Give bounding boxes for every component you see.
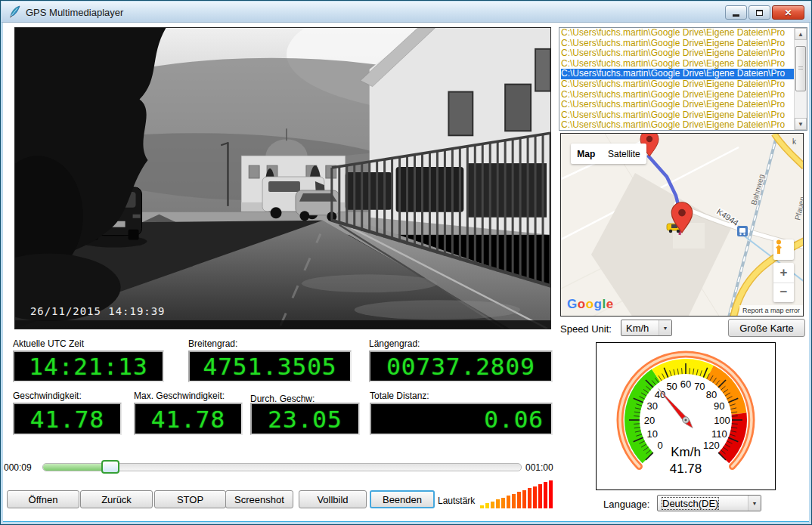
maximize-button[interactable] <box>748 5 770 20</box>
longitude-label: Längengrad: <box>369 338 420 349</box>
zoom-out-button[interactable]: − <box>773 283 794 303</box>
max-speed-label: Max. Geschwindigkeit: <box>134 391 225 401</box>
report-map-error-link[interactable]: Report a map error <box>739 305 803 316</box>
svg-text:90: 90 <box>714 400 724 412</box>
scroll-up-icon[interactable]: ▲ <box>795 28 807 40</box>
svg-text:70: 70 <box>694 381 705 392</box>
back-button[interactable]: Zurück <box>80 490 153 508</box>
file-list-item[interactable]: C:\Users\fuchs.martin\Google Drive\Eigen… <box>561 48 794 59</box>
volume-bar <box>533 486 537 509</box>
scrollbar-thumb[interactable] <box>795 46 806 91</box>
chevron-down-icon: ▼ <box>748 496 761 511</box>
google-logo-letter: e <box>606 297 614 311</box>
file-list-item[interactable]: C:\Users\fuchs.martin\Google Drive\Eigen… <box>561 28 794 39</box>
speed-unit-value: Km/h <box>626 323 649 334</box>
google-logo: Google <box>567 297 614 312</box>
avg-speed-display: 23.05 <box>250 403 360 435</box>
svg-text:60: 60 <box>680 378 691 390</box>
screenshot-button[interactable]: Screenshot <box>225 490 293 508</box>
speed-unit-select[interactable]: Km/h ▼ <box>621 320 672 336</box>
volume-bar <box>480 505 484 508</box>
svg-text:50: 50 <box>666 381 677 392</box>
close-icon: ✕ <box>784 8 792 18</box>
volume-bar <box>522 490 526 508</box>
volume-bar <box>485 503 489 508</box>
svg-text:10: 10 <box>646 428 657 440</box>
map-zoom-control: + − <box>773 263 794 302</box>
gauge-unit: Km/h <box>671 445 701 459</box>
volume-bar <box>549 480 553 508</box>
volume-bar <box>491 502 494 508</box>
window-title: GPS Multimediaplayer <box>26 7 123 18</box>
title-bar[interactable]: GPS Multimediaplayer ✕ <box>2 2 810 23</box>
latitude-label: Breitengrad: <box>188 338 237 349</box>
language-label: Language: <box>603 499 649 510</box>
speed-unit-label: Speed Unit: <box>560 323 612 335</box>
maximize-icon <box>756 10 763 16</box>
file-list-item[interactable]: C:\Users\fuchs.martin\Google Drive\Eigen… <box>561 100 794 110</box>
scroll-down-icon[interactable]: ▼ <box>795 118 807 130</box>
volume-indicator <box>480 480 556 508</box>
file-list-item[interactable]: C:\Users\fuchs.martin\Google Drive\Eigen… <box>561 59 794 69</box>
volume-bar <box>496 499 500 508</box>
close-button[interactable]: ✕ <box>772 5 804 20</box>
volume-bar <box>517 492 521 508</box>
volume-bar <box>507 496 510 508</box>
svg-text:20: 20 <box>644 415 655 426</box>
utc-display: 14:21:13 <box>13 351 164 382</box>
dashcam-frame: 26/11/2015 14:19:39 <box>15 28 550 329</box>
map-type-map[interactable]: Map <box>577 149 595 159</box>
google-logo-letter: o <box>578 297 586 311</box>
svg-text:0: 0 <box>657 440 662 451</box>
big-map-button[interactable]: Große Karte <box>728 319 805 337</box>
volume-bar <box>501 498 505 508</box>
seek-slider-thumb[interactable] <box>101 460 119 474</box>
speedometer-gauge: 0102030405060708090100110120Km/h41.78 <box>596 342 776 490</box>
file-list-rows: C:\Users\fuchs.martin\Google Drive\Eigen… <box>559 28 794 130</box>
language-select[interactable]: Deutsch(DE) ▼ <box>657 495 761 511</box>
stop-button[interactable]: STOP <box>154 490 226 508</box>
file-list[interactable]: C:\Users\fuchs.martin\Google Drive\Eigen… <box>559 27 807 131</box>
app-window: GPS Multimediaplayer ✕ <box>0 0 812 525</box>
map-type-control: Map Satellite <box>571 144 646 164</box>
file-list-item[interactable]: C:\Users\fuchs.martin\Google Drive\Eigen… <box>561 90 794 100</box>
svg-text:120: 120 <box>703 440 720 451</box>
chevron-down-icon: ▼ <box>659 320 671 335</box>
distance-display: 0.06 <box>370 403 553 435</box>
map-type-satellite[interactable]: Satellite <box>608 149 640 159</box>
volume-bar <box>544 482 547 508</box>
file-list-item[interactable]: C:\Users\fuchs.martin\Google Drive\Eigen… <box>561 120 794 130</box>
google-logo-letter: o <box>586 297 594 311</box>
zoom-in-button[interactable]: + <box>773 263 794 283</box>
app-feather-icon <box>8 5 22 19</box>
utc-label: Aktuelle UTC Zeit <box>13 338 84 349</box>
distance-label: Totale Distanz: <box>370 391 429 401</box>
open-button[interactable]: Öffnen <box>7 490 79 508</box>
fullscreen-button[interactable]: Vollbild <box>299 490 367 508</box>
file-list-item[interactable]: C:\Users\fuchs.martin\Google Drive\Eigen… <box>561 110 794 121</box>
quit-button[interactable]: Beenden <box>370 490 435 508</box>
svg-text:80: 80 <box>706 389 717 400</box>
minimize-icon <box>733 14 739 17</box>
google-logo-letter: g <box>594 297 603 311</box>
file-list-item[interactable]: C:\Users\fuchs.martin\Google Drive\Eigen… <box>561 69 794 79</box>
pegman-icon <box>773 239 784 255</box>
google-logo-letter: G <box>567 297 578 311</box>
file-list-scrollbar[interactable]: ▲ ▼ <box>794 28 807 130</box>
total-time: 001:00 <box>525 462 553 473</box>
elapsed-time: 000:09 <box>4 462 32 473</box>
file-list-item[interactable]: C:\Users\fuchs.martin\Google Drive\Eigen… <box>561 79 794 90</box>
svg-text:100: 100 <box>714 415 730 426</box>
volume-label: Lautstärk <box>438 496 475 506</box>
svg-text:30: 30 <box>646 400 657 412</box>
volume-bar <box>512 494 516 508</box>
google-map[interactable]: K4944 Bahnweg Pfauen k Map Satellite <box>560 133 804 317</box>
minimize-button[interactable] <box>725 5 747 20</box>
pegman-control[interactable] <box>773 239 794 260</box>
gauge-canvas: 0102030405060708090100110120Km/h41.78 <box>597 343 775 489</box>
speed-label: Geschwindigkeit: <box>13 391 82 401</box>
longitude-display: 00737.2809 <box>369 351 553 382</box>
language-value: Deutsch(DE) <box>662 498 718 509</box>
svg-text:110: 110 <box>711 428 727 440</box>
file-list-item[interactable]: C:\Users\fuchs.martin\Google Drive\Eigen… <box>561 39 794 49</box>
